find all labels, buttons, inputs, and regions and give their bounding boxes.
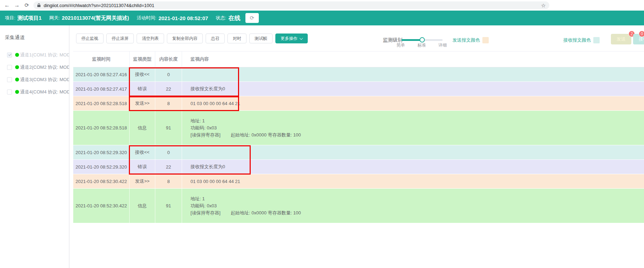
slider-fill	[401, 39, 422, 41]
toolbar-button[interactable]: 总召	[206, 34, 225, 43]
cell-content: 01 03 00 00 00 64 44 21	[182, 96, 644, 110]
cell-type: 错误	[130, 160, 155, 174]
toolbar-button[interactable]: 对时	[227, 34, 246, 43]
toolbar-button[interactable]: 停止滚屏	[106, 34, 134, 43]
active-time-label: 活动时间:	[137, 15, 157, 21]
lock-icon	[37, 3, 41, 7]
toolbar-button[interactable]: 复制全部内容	[167, 34, 203, 43]
more-actions-button[interactable]: 更多操作	[275, 34, 308, 43]
cell-content: 01 03 00 00 00 64 44 21	[182, 174, 644, 188]
monitor-level-slider[interactable]	[401, 38, 443, 42]
table-row: 2021-01-20 08:52:27.416 接收<< 0	[73, 67, 644, 82]
url-text[interactable]: dingiiot.com/#/chlwatch?sn=20210113074&c…	[44, 3, 541, 8]
recv-color-swatch[interactable]	[593, 37, 600, 43]
channel-checkbox[interactable]	[7, 53, 12, 57]
recv-toggle-label: 接收	[639, 36, 644, 42]
slider-mark-standard[interactable]: 标准	[418, 42, 426, 48]
channel-label: 通道3(COM3 协议: MOD...	[20, 77, 69, 83]
cell-length: 91	[155, 189, 182, 223]
slider-mark-simple[interactable]: 简单	[396, 42, 405, 48]
cell-content-lines: 地址: 1功能码: 0x03[读保持寄存器] 起始地址: 0x0000 寄存器数…	[190, 196, 301, 215]
channel-list: 通道1(COM1 协议: MOD... 通道2(COM2 协议: MOD... …	[0, 49, 69, 98]
cell-content	[182, 145, 644, 159]
cell-content	[182, 67, 644, 81]
forward-icon[interactable]: →	[13, 1, 21, 10]
channel-online-dot	[15, 90, 19, 94]
cell-length: 91	[155, 111, 182, 145]
toolbar-button[interactable]: 清空列表	[137, 34, 164, 43]
cell-type: 信息	[130, 189, 155, 223]
cell-type: 发送>>	[130, 174, 155, 188]
channel-online-dot	[15, 65, 19, 69]
browser-chrome: ← → ⟳ dingiiot.com/#/chlwatch?sn=2021011…	[0, 0, 644, 11]
table-header: 监视时间 监视类型 内容长度 监视内容	[73, 51, 644, 67]
sidebar-channel-item[interactable]: 通道4(COM4 协议: MOD...	[0, 86, 69, 98]
cell-time: 2021-01-20 08:52:28.518	[73, 111, 130, 145]
cell-length: 22	[155, 160, 182, 174]
cell-length: 8	[155, 174, 182, 188]
send-color-swatch[interactable]	[482, 37, 489, 43]
channel-checkbox[interactable]	[7, 77, 12, 82]
slider-mark-detail[interactable]: 详细	[438, 42, 447, 48]
bookmark-star-icon[interactable]: ☆	[541, 3, 546, 8]
cell-type: 发送>>	[130, 96, 155, 110]
col-header-time: 监视时间	[73, 51, 130, 67]
table-body: 2021-01-20 08:52:27.416 接收<< 0 2021-01-2…	[73, 67, 644, 223]
sidebar-title: 采集通道	[5, 35, 69, 41]
send-toggle-button[interactable]: 发送 2	[611, 34, 631, 44]
gateway-status-bar: 项目: 测试项目1 网关: 20210113074(暂无网关描述) 活动时间: …	[0, 11, 644, 25]
sidebar: 采集通道 通道1(COM1 协议: MOD... 通道2(COM2 协议: MO…	[0, 25, 69, 268]
channel-online-dot	[15, 53, 19, 57]
cell-time: 2021-01-20 08:52:28.518	[73, 96, 130, 110]
active-time-value: 2021-01-20 08:52:07	[158, 15, 208, 21]
table-row: 2021-01-20 08:52:27.417 错误 22 接收报文长度为0	[73, 82, 644, 96]
project-label: 项目:	[5, 15, 15, 21]
cell-time: 2021-01-20 08:52:29.320	[73, 160, 130, 174]
channel-checkbox[interactable]	[7, 65, 12, 70]
slider-handle[interactable]	[419, 37, 425, 43]
status-value: 在线	[229, 14, 240, 22]
slider-marks: 简单 标准 详细	[396, 42, 447, 48]
cell-length: 0	[155, 67, 182, 81]
cell-time: 2021-01-20 08:52:30.422	[73, 174, 130, 188]
recv-color-label: 接收报文颜色	[563, 37, 591, 43]
gateway-value: 20210113074(暂无网关描述)	[62, 15, 129, 22]
table-row: 2021-01-20 08:52:30.422 信息 91 地址: 1功能码: …	[73, 189, 644, 223]
send-toggle-label: 发送	[617, 36, 626, 42]
cell-type: 接收<<	[130, 145, 155, 159]
cell-time: 2021-01-20 08:52:27.417	[73, 82, 130, 96]
project-value: 测试项目1	[18, 15, 42, 22]
back-icon[interactable]: ←	[3, 1, 11, 10]
cell-content: 地址: 1功能码: 0x03[读保持寄存器] 起始地址: 0x0000 寄存器数…	[182, 111, 644, 145]
cell-content-lines: 地址: 1功能码: 0x03[读保持寄存器] 起始地址: 0x0000 寄存器数…	[190, 118, 301, 138]
cell-content: 地址: 1功能码: 0x03[读保持寄存器] 起始地址: 0x0000 寄存器数…	[182, 189, 644, 223]
channel-online-dot	[15, 78, 19, 81]
cell-type: 信息	[130, 111, 155, 145]
channel-label: 通道4(COM4 协议: MOD...	[20, 89, 69, 95]
toolbar-button[interactable]: 停止监视	[76, 34, 104, 43]
table-row: 2021-01-20 08:52:30.422 发送>> 8 01 03 00 …	[73, 174, 644, 189]
sidebar-channel-item[interactable]: 通道2(COM2 协议: MOD...	[0, 61, 69, 73]
refresh-button[interactable]: ⟳	[245, 13, 259, 23]
toolbar-button[interactable]: 测试帧	[249, 34, 273, 43]
toolbar: 停止监视 停止滚屏 清空列表 复制全部内容 总召 对时 测试帧 更多操作	[76, 34, 308, 43]
channel-label: 通道2(COM2 协议: MOD...	[20, 64, 69, 71]
col-header-length: 内容长度	[155, 51, 182, 67]
sidebar-channel-item[interactable]: 通道1(COM1 协议: MOD...	[0, 49, 69, 61]
table-row: 2021-01-20 08:52:29.320 错误 22 接收报文长度为0	[73, 160, 644, 174]
send-color-label: 发送报文颜色	[452, 37, 480, 43]
recv-toggle-button[interactable]: 接收 0	[633, 34, 644, 44]
sidebar-channel-item[interactable]: 通道3(COM3 协议: MOD...	[0, 73, 69, 86]
cell-content: 接收报文长度为0	[182, 160, 644, 174]
cell-content: 接收报文长度为0	[182, 82, 644, 96]
main-panel: 停止监视 停止滚屏 清空列表 复制全部内容 总召 对时 测试帧 更多操作 监测级…	[70, 25, 644, 268]
col-header-type: 监视类型	[130, 51, 155, 67]
channel-label: 通道1(COM1 协议: MOD...	[20, 52, 69, 58]
channel-checkbox[interactable]	[7, 90, 12, 95]
refresh-icon: ⟳	[250, 15, 254, 21]
table-row: 2021-01-20 08:52:28.518 信息 91 地址: 1功能码: …	[73, 111, 644, 145]
reload-icon[interactable]: ⟳	[23, 1, 31, 10]
cell-time: 2021-01-20 08:52:27.416	[73, 67, 130, 81]
cell-type: 接收<<	[130, 67, 155, 81]
address-bar[interactable]: dingiiot.com/#/chlwatch?sn=20210113074&c…	[33, 1, 549, 9]
